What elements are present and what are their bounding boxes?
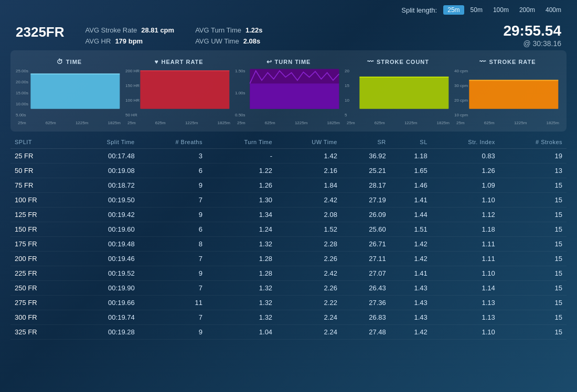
table-cell: 00:18.72 <box>69 178 139 193</box>
top-bar: Split length: 25m 50m 100m 200m 400m <box>0 0 577 20</box>
table-row: 100 FR00:19.5071.302.4227.191.411.1015 <box>10 193 567 208</box>
split-btn-25m[interactable]: 25m <box>443 5 464 15</box>
table-body: 25 FR00:17.483-1.4236.921.180.831950 FR0… <box>10 149 567 340</box>
table-cell: 1.46 <box>390 178 432 193</box>
table-cell: 9 <box>139 178 207 193</box>
table-cell: 1.43 <box>390 281 432 296</box>
time-icon: ⏱ <box>57 58 63 66</box>
table-cell: 175 FR <box>10 237 69 252</box>
svg-rect-2 <box>140 71 229 109</box>
col-uw-time: UW Time <box>276 136 341 149</box>
chart-hr-label: HEART RATE <box>162 59 204 65</box>
table-cell: 1.12 <box>432 208 499 222</box>
table-cell: 2.24 <box>276 310 341 325</box>
table-cell: 7 <box>139 281 207 296</box>
stroke-count-icon: 〰 <box>367 58 374 66</box>
table-cell: 1.84 <box>276 178 341 193</box>
table-cell: 1.10 <box>432 266 499 281</box>
table-cell: 1.14 <box>432 281 499 296</box>
table-cell: 150 FR <box>10 222 69 237</box>
chart-sr-area: 40 cpm 30 cpm 20 cpm 10 cpm <box>454 68 561 118</box>
table-cell: 00:19.52 <box>69 266 139 281</box>
table-cell: 1.52 <box>276 222 341 237</box>
col-sl: SL <box>390 136 432 149</box>
table-cell: 1.42 <box>276 149 341 164</box>
table-cell: 2.42 <box>276 266 341 281</box>
table-cell: 8 <box>139 237 207 252</box>
table-cell: 00:19.50 <box>69 193 139 208</box>
split-btn-50m[interactable]: 50m <box>466 5 487 15</box>
table-cell: 1.26 <box>432 164 499 178</box>
svg-rect-5 <box>250 83 339 109</box>
table-cell: 1.18 <box>432 222 499 237</box>
turn-icon: ↩ <box>266 58 272 66</box>
table-cell: 1.04 <box>207 325 276 340</box>
stat-row-right: AVG Turn Time 1.22s AVG UW Time 2.08s <box>195 26 262 45</box>
stroke-rate-icon: 〰 <box>479 58 486 66</box>
table-cell: 00:19.28 <box>69 325 139 340</box>
chart-stroke-rate: 〰 STROKE RATE 40 cpm 30 cpm 20 cpm 10 cp… <box>454 58 561 126</box>
split-btn-100m[interactable]: 100m <box>489 5 513 15</box>
table-cell: 25 FR <box>10 149 69 164</box>
table-cell: 1.13 <box>432 296 499 310</box>
session-id: 2325FR <box>16 24 65 40</box>
chart-hr-title: ♥ HEART RATE <box>154 58 203 66</box>
table-row: 200 FR00:19.4671.282.2627.111.421.1115 <box>10 252 567 266</box>
table-row: 25 FR00:17.483-1.4236.921.180.8319 <box>10 149 567 164</box>
table-cell: 9 <box>139 325 207 340</box>
table-cell: 275 FR <box>10 296 69 310</box>
table-cell: 00:19.46 <box>69 252 139 266</box>
chart-hr-x-labels: 25m 625m 1225m 1825m <box>125 119 232 126</box>
table-cell: 1.28 <box>207 252 276 266</box>
table-cell: 15 <box>499 237 567 252</box>
table-cell: 2.24 <box>276 325 341 340</box>
stats-group: AVG Stroke Rate 28.81 cpm AVG HR 179 bpm… <box>86 26 263 45</box>
table-cell: 19 <box>499 149 567 164</box>
chart-sr-x-labels: 25m 625m 1225m 1825m <box>454 119 561 126</box>
table-cell: 250 FR <box>10 281 69 296</box>
table-cell: 15 <box>499 325 567 340</box>
table-cell: 15 <box>499 222 567 237</box>
chart-stroke-count: 〰 STROKE COUNT 20 15 10 5 25m 625m 1225m… <box>345 58 452 126</box>
table-cell: 125 FR <box>10 208 69 222</box>
table-cell: 2.26 <box>276 281 341 296</box>
avg-turn-time-value: 1.22s <box>245 26 263 34</box>
table-cell: 1.41 <box>390 266 432 281</box>
table-cell: 6 <box>139 164 207 178</box>
chart-tt-svg <box>235 68 342 118</box>
table-cell: 75 FR <box>10 178 69 193</box>
split-btn-200m[interactable]: 200m <box>515 5 539 15</box>
avg-turn-time-label: AVG Turn Time <box>195 26 241 34</box>
table-cell: 15 <box>499 310 567 325</box>
table-cell: 25.60 <box>341 222 390 237</box>
table-cell: 7 <box>139 193 207 208</box>
chart-sc-label: STROKE COUNT <box>377 59 429 65</box>
stat-row-left: AVG Stroke Rate 28.81 cpm AVG HR 179 bpm <box>86 26 175 45</box>
table-cell: 1.13 <box>432 310 499 325</box>
table-cell: 28.17 <box>341 178 390 193</box>
table-cell: 325 FR <box>10 325 69 340</box>
table-cell: 15 <box>499 208 567 222</box>
chart-sc-svg <box>345 68 452 118</box>
chart-hr-y-labels: 200 HR 150 HR 100 HR 50 HR <box>125 68 140 118</box>
chart-time-area: 25.00s 20.00s 15.00s 10.00s 5.00s <box>16 68 123 118</box>
chart-time: ⏱ TIME 25.00s 20.00s 15.00s 10.00s 5.00s… <box>16 58 123 126</box>
table-cell: 00:19.08 <box>69 164 139 178</box>
table-cell: 26.43 <box>341 281 390 296</box>
table-cell: 15 <box>499 266 567 281</box>
table-cell: 15 <box>499 193 567 208</box>
avg-stroke-rate-line: AVG Stroke Rate 28.81 cpm <box>86 26 175 34</box>
chart-hr-area: 200 HR 150 HR 100 HR 50 HR <box>125 68 232 118</box>
table-cell: 200 FR <box>10 252 69 266</box>
svg-rect-6 <box>359 77 448 109</box>
chart-tt-area: 1.50s 1.00s 0.50s <box>235 68 342 118</box>
table-header-row: SPLIT Split Time # Breaths Turn Time UW … <box>10 136 567 149</box>
col-split-time: Split Time <box>69 136 139 149</box>
table-cell: 1.10 <box>432 325 499 340</box>
table-cell: 2.16 <box>276 164 341 178</box>
table-cell: 2.42 <box>276 193 341 208</box>
split-btn-400m[interactable]: 400m <box>541 5 565 15</box>
table-row: 125 FR00:19.4291.342.0826.091.441.1215 <box>10 208 567 222</box>
table-cell: 1.10 <box>432 193 499 208</box>
chart-sc-x-labels: 25m 625m 1225m 1825m <box>345 119 452 126</box>
